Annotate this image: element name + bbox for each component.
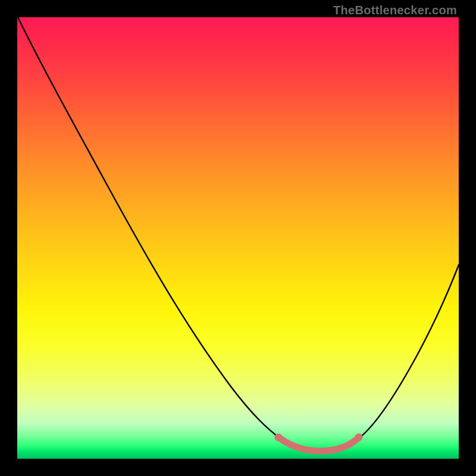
chart-frame: TheBottlenecker.com [0,0,476,476]
highlight-dot-left [275,434,283,441]
highlight-dot-right [355,434,363,441]
bottleneck-curve [18,17,459,452]
chart-svg [17,17,459,459]
trough-highlight [278,437,359,451]
plot-area [17,17,459,459]
attribution-label: TheBottlenecker.com [333,4,457,17]
